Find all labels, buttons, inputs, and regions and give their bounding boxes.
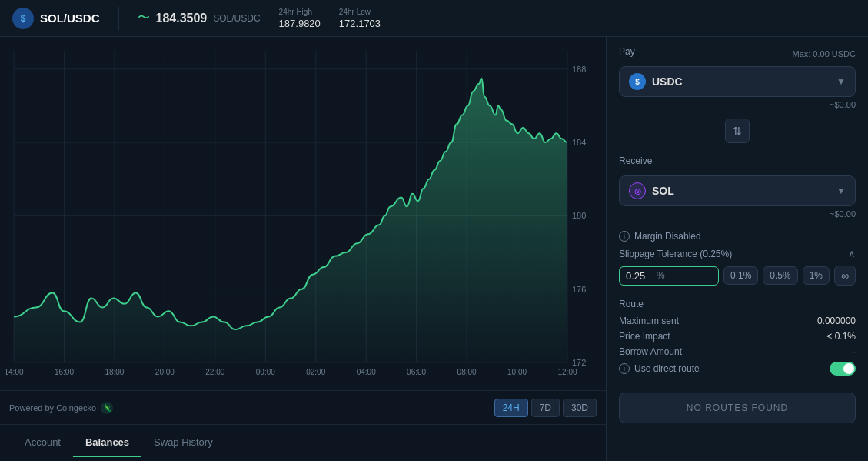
slip-btn-inf[interactable]: ∞ [834, 266, 856, 286]
borrow-row: Borrow Amount - [619, 346, 856, 357]
receive-usd-val: ~$0.00 [619, 209, 856, 219]
chart-area: Powered by Coingecko 🦎 24H 7D 30D Accoun… [0, 37, 607, 461]
slip-btn-01[interactable]: 0.1% [723, 266, 758, 285]
swap-direction-button[interactable]: ⇅ [725, 119, 750, 143]
slippage-input-wrap: % [619, 266, 719, 286]
receive-chevron-icon: ▼ [836, 185, 846, 196]
route-label: Route [619, 299, 856, 309]
low-stat: 24hr Low 172.1703 [339, 8, 381, 29]
header: $ SOL/USDC 〜 184.3509 SOL/USDC 24hr High… [0, 0, 868, 37]
powered-by-text: Powered by Coingecko [9, 403, 96, 413]
powered-by: Powered by Coingecko 🦎 [9, 402, 113, 414]
price-value: 184.3509 [156, 12, 208, 25]
swap-arrows-icon: ⇅ [733, 125, 742, 137]
pair-name: SOL/USDC [40, 12, 100, 25]
chart-wrapper [0, 37, 606, 390]
pay-usd-val: ~$0.00 [619, 100, 856, 109]
direct-label: Use direct route [634, 363, 700, 374]
receive-section: Receive ◎ SOL ▼ ~$0.00 [607, 146, 868, 225]
usdc-icon: $ [629, 73, 646, 90]
time-btn-24h[interactable]: 24H [494, 399, 528, 417]
divider [118, 7, 119, 30]
main-content: Powered by Coingecko 🦎 24H 7D 30D Accoun… [0, 37, 868, 461]
slippage-label: Slippage Tolerance (0.25%) [619, 249, 732, 259]
slip-btn-05[interactable]: 0.5% [763, 266, 797, 285]
low-value: 172.1703 [339, 18, 381, 29]
slippage-input[interactable] [626, 270, 657, 282]
price-chart [6, 43, 606, 390]
margin-info-icon: i [619, 231, 630, 242]
price-impact-label: Price Impact [619, 331, 670, 342]
receive-token-name: SOL [652, 185, 830, 197]
max-sent-row: Maximum sent 0.000000 [619, 316, 856, 326]
tab-balances[interactable]: Balances [73, 429, 141, 457]
borrow-label: Borrow Amount [619, 346, 682, 357]
pay-label: Pay [619, 46, 635, 57]
high-label: 24hr High [279, 8, 321, 16]
toggle[interactable] [830, 362, 856, 376]
price-impact-val: < 0.1% [826, 331, 856, 342]
direct-route-toggle[interactable] [830, 362, 856, 376]
max-sent-label: Maximum sent [619, 316, 679, 326]
low-label: 24hr Low [339, 8, 381, 16]
slippage-collapse-icon[interactable]: ∧ [848, 248, 856, 259]
pay-token-select[interactable]: $ USDC ▼ [619, 66, 856, 97]
borrow-val: - [853, 346, 856, 357]
sol-icon: ◎ [629, 182, 646, 199]
high-value: 187.9820 [279, 18, 321, 29]
pay-chevron-icon: ▼ [836, 76, 846, 87]
receive-token-select[interactable]: ◎ SOL ▼ [619, 175, 856, 206]
price-pair-label: SOL/USDC [213, 13, 260, 24]
direct-info-icon: i [619, 363, 630, 374]
price-block: 〜 184.3509 SOL/USDC [138, 10, 261, 26]
pay-section: Pay Max: 0.00 USDC $ USDC ▼ ~$0.00 [607, 37, 868, 115]
price-icon: 〜 [138, 10, 150, 26]
direct-route-row: i Use direct route [619, 362, 856, 376]
gecko-icon: 🦎 [101, 402, 113, 414]
margin-row: i Margin Disabled [607, 225, 868, 248]
toggle-knob [843, 363, 854, 374]
slippage-section: Slippage Tolerance (0.25%) ∧ % 0.1% 0.5%… [607, 248, 868, 292]
no-routes-button[interactable]: NO ROUTES FOUND [619, 393, 856, 423]
price-impact-row: Price Impact < 0.1% [619, 331, 856, 342]
pay-header-row: Pay Max: 0.00 USDC [619, 46, 856, 62]
tabs-bar: Account Balances Swap History [0, 424, 606, 461]
time-btn-30d[interactable]: 30D [563, 399, 597, 417]
chart-footer: Powered by Coingecko 🦎 24H 7D 30D [0, 390, 606, 424]
slippage-row: % 0.1% 0.5% 1% ∞ [619, 266, 856, 286]
route-section: Route Maximum sent 0.000000 Price Impact… [607, 292, 868, 386]
tab-swap-history[interactable]: Swap History [141, 429, 225, 457]
slip-btn-1[interactable]: 1% [803, 266, 830, 285]
right-panel: Pay Max: 0.00 USDC $ USDC ▼ ~$0.00 ⇅ Rec… [607, 37, 868, 461]
swap-icon-row: ⇅ [607, 115, 868, 146]
margin-label: Margin Disabled [634, 231, 701, 242]
pay-token-name: USDC [652, 75, 830, 88]
max-sent-val: 0.000000 [817, 316, 856, 326]
receive-header-row: Receive [619, 155, 856, 171]
max-label: Max: 0.00 USDC [792, 49, 856, 58]
time-buttons: 24H 7D 30D [494, 399, 597, 417]
slippage-percent-sign: % [657, 270, 665, 281]
pair-icon: $ [12, 8, 34, 29]
high-stat: 24hr High 187.9820 [279, 8, 321, 29]
receive-label: Receive [619, 155, 652, 166]
time-btn-7d[interactable]: 7D [531, 399, 560, 417]
pair-info: $ SOL/USDC [12, 8, 100, 29]
tab-account[interactable]: Account [12, 429, 73, 457]
slippage-header: Slippage Tolerance (0.25%) ∧ [619, 248, 856, 259]
